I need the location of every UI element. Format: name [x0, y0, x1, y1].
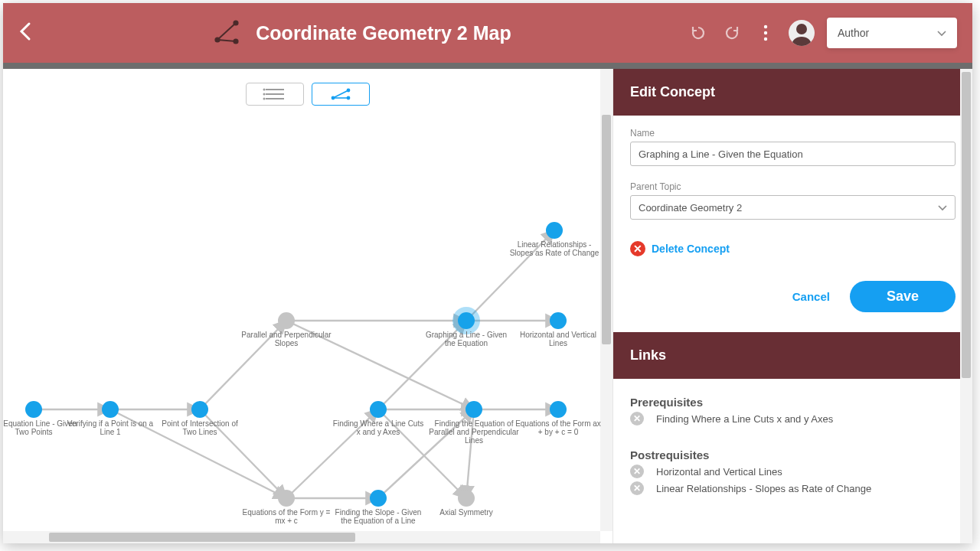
node-label: Finding Where a Line Cuts x and y Axes — [332, 419, 424, 436]
user-avatar[interactable] — [789, 20, 815, 46]
parent-topic-value: Coordinate Geometry 2 — [639, 202, 742, 214]
concept-node[interactable]: Verifying if a Point is on a Line 1 — [64, 401, 156, 436]
map-icon — [210, 15, 242, 51]
edges-layer — [3, 69, 612, 543]
node-label: Finding the Equation of Parallel and Per… — [428, 419, 520, 445]
cancel-button[interactable]: Cancel — [792, 290, 830, 303]
node-dot — [466, 401, 482, 418]
svg-line-35 — [333, 90, 348, 98]
edit-concept-header: Edit Concept — [613, 69, 972, 116]
node-label: Verifying if a Point is on a Line 1 — [64, 419, 156, 436]
map-canvas[interactable]: Linear Relationships - Slopes as Rate of… — [3, 69, 612, 543]
chevron-down-icon — [937, 27, 946, 39]
parent-topic-select[interactable]: Coordinate Geometry 2 — [630, 195, 956, 220]
sidebar: Edit Concept Name Parent Topic Coordinat… — [612, 69, 972, 543]
node-dot — [278, 490, 295, 507]
links-section: Prerequisites ✕Finding Where a Line Cuts… — [613, 379, 972, 521]
node-dot — [550, 401, 567, 418]
divider-stripe — [3, 63, 972, 69]
title-wrap: Coordinate Geometry 2 Map — [210, 15, 511, 51]
remove-link-button[interactable]: ✕ — [630, 481, 644, 495]
delete-icon: ✕ — [630, 241, 645, 256]
node-dot — [370, 401, 387, 418]
svg-point-31 — [263, 98, 266, 100]
role-select[interactable]: Author — [827, 18, 957, 48]
page-title: Coordinate Geometry 2 Map — [256, 22, 511, 44]
save-button[interactable]: Save — [850, 281, 956, 312]
svg-point-5 — [764, 25, 767, 28]
node-dot — [278, 312, 295, 329]
remove-link-button[interactable]: ✕ — [630, 412, 644, 425]
graph-view-button[interactable] — [312, 83, 370, 106]
remove-link-button[interactable]: ✕ — [630, 465, 644, 478]
node-label: Finding the Slope - Given the Equation o… — [332, 508, 424, 525]
node-dot — [550, 312, 567, 329]
node-dot — [102, 401, 119, 418]
svg-point-7 — [764, 37, 767, 41]
h-scroll-thumb[interactable] — [49, 533, 355, 542]
undo-button[interactable] — [688, 22, 709, 44]
concept-node[interactable]: Graphing a Line - Given the Equation — [420, 312, 512, 347]
node-dot — [458, 312, 475, 329]
role-select-label: Author — [838, 27, 869, 39]
svg-line-3 — [217, 23, 236, 40]
delete-concept-button[interactable]: ✕ Delete Concept — [630, 241, 956, 256]
concept-node[interactable]: Finding the Equation of Parallel and Per… — [428, 401, 520, 445]
links-header: Links — [613, 332, 972, 379]
node-dot — [546, 222, 563, 239]
node-dot — [191, 401, 208, 418]
link-label: Linear Relationships - Slopes as Rate of… — [656, 483, 871, 494]
back-button[interactable] — [18, 21, 34, 45]
link-item: ✕Horizontal and Vertical Lines — [630, 465, 956, 478]
link-item: ✕Linear Relationships - Slopes as Rate o… — [630, 481, 956, 495]
node-label: Point of Intersection of Two Lines — [154, 419, 246, 436]
concept-node[interactable]: Axial Symmetry — [420, 490, 512, 517]
vertical-scrollbar[interactable] — [600, 69, 612, 531]
svg-point-8 — [796, 24, 807, 34]
v-scroll-thumb[interactable] — [602, 115, 611, 344]
concept-node[interactable]: Point of Intersection of Two Lines — [154, 401, 246, 436]
prerequisites-heading: Prerequisites — [630, 396, 956, 409]
node-label: Linear Relationships - Slopes as Rate of… — [508, 240, 600, 257]
concept-node[interactable]: Horizontal and Vertical Lines — [512, 312, 604, 347]
app-window: Coordinate Geometry 2 Map Author — [3, 3, 972, 543]
edit-form: Name Parent Topic Coordinate Geometry 2 … — [613, 116, 972, 332]
node-dot — [370, 490, 387, 507]
link-item: ✕Finding Where a Line Cuts x and y Axes — [630, 412, 956, 425]
node-label: Horizontal and Vertical Lines — [512, 331, 604, 347]
concept-node[interactable]: Parallel and Perpendicular Slopes — [240, 312, 332, 347]
postreq-list: ✕Horizontal and Vertical Lines✕Linear Re… — [630, 465, 956, 495]
link-label: Finding Where a Line Cuts x and y Axes — [656, 413, 833, 425]
parent-topic-label: Parent Topic — [630, 181, 956, 192]
horizontal-scrollbar[interactable] — [3, 531, 600, 543]
concept-node[interactable]: Finding the Slope - Given the Equation o… — [332, 490, 424, 525]
node-label: Axial Symmetry — [439, 508, 492, 517]
node-label: Parallel and Perpendicular Slopes — [240, 331, 332, 347]
svg-line-4 — [217, 40, 236, 41]
overflow-menu-button[interactable] — [755, 22, 776, 44]
concept-node[interactable]: Equations of the Form ax + by + c = 0 — [512, 401, 604, 436]
form-actions: Cancel Save — [630, 281, 956, 312]
concept-node[interactable]: Equations of the Form y = mx + c — [240, 490, 332, 525]
sidebar-scroll-thumb[interactable] — [962, 72, 971, 378]
node-label: Equations of the Form ax + by + c = 0 — [512, 419, 604, 436]
node-dot — [25, 401, 42, 418]
name-input[interactable] — [630, 142, 956, 166]
node-dot — [458, 490, 475, 507]
body: Linear Relationships - Slopes as Rate of… — [3, 69, 972, 543]
node-label: Equations of the Form y = mx + c — [240, 508, 332, 525]
link-label: Horizontal and Vertical Lines — [656, 466, 782, 478]
svg-point-30 — [263, 93, 266, 96]
view-toggle — [246, 83, 370, 106]
concept-node[interactable]: Linear Relationships - Slopes as Rate of… — [508, 222, 600, 257]
header-right: Author — [688, 18, 957, 48]
sidebar-scrollbar[interactable] — [960, 69, 972, 543]
delete-concept-label: Delete Concept — [652, 243, 730, 255]
postrequisites-heading: Postrequisites — [630, 448, 956, 461]
redo-button[interactable] — [721, 22, 743, 44]
chevron-down-icon — [938, 202, 947, 214]
node-label: Graphing a Line - Given the Equation — [420, 331, 512, 347]
prereq-list: ✕Finding Where a Line Cuts x and y Axes — [630, 412, 956, 425]
list-view-button[interactable] — [246, 83, 304, 106]
concept-node[interactable]: Finding Where a Line Cuts x and y Axes — [332, 401, 424, 436]
